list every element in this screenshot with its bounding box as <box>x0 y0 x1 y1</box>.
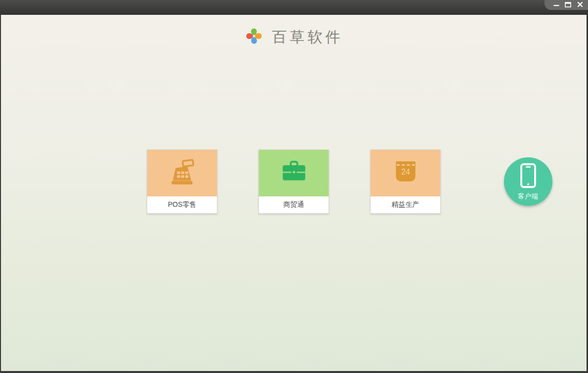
card-icon-area <box>259 150 329 196</box>
product-card-lean-production[interactable]: 24 精益生产 <box>370 149 441 214</box>
client-button-label: 客户端 <box>518 192 539 201</box>
app-header: 百草软件 <box>1 27 587 47</box>
calendar-icon: 24 <box>391 158 420 188</box>
card-icon-area <box>147 150 217 196</box>
card-label: 商贸通 <box>259 196 329 213</box>
window-controls <box>545 0 588 10</box>
close-button[interactable] <box>576 1 584 8</box>
briefcase-icon <box>280 158 308 188</box>
pinwheel-logo-icon <box>245 27 263 47</box>
calendar-day-number: 24 <box>401 167 410 176</box>
card-label: 精益生产 <box>371 196 440 213</box>
minimize-button[interactable] <box>552 1 560 8</box>
maximize-icon <box>565 1 571 9</box>
main-content: 百草软件 <box>1 15 587 371</box>
product-card-trade[interactable]: 商贸通 <box>258 149 329 214</box>
card-label: POS零售 <box>147 196 217 213</box>
product-card-pos-retail[interactable]: POS零售 <box>147 149 217 214</box>
minimize-icon <box>553 1 559 9</box>
title-bar[interactable] <box>0 0 588 15</box>
card-icon-area: 24 <box>371 150 440 196</box>
client-app-button[interactable]: 客户端 <box>504 157 552 206</box>
app-window: 百草软件 <box>0 0 588 373</box>
close-icon <box>577 1 583 9</box>
app-title: 百草软件 <box>272 27 343 47</box>
maximize-button[interactable] <box>564 1 572 8</box>
cash-register-icon <box>168 158 197 188</box>
smartphone-icon <box>520 163 537 190</box>
